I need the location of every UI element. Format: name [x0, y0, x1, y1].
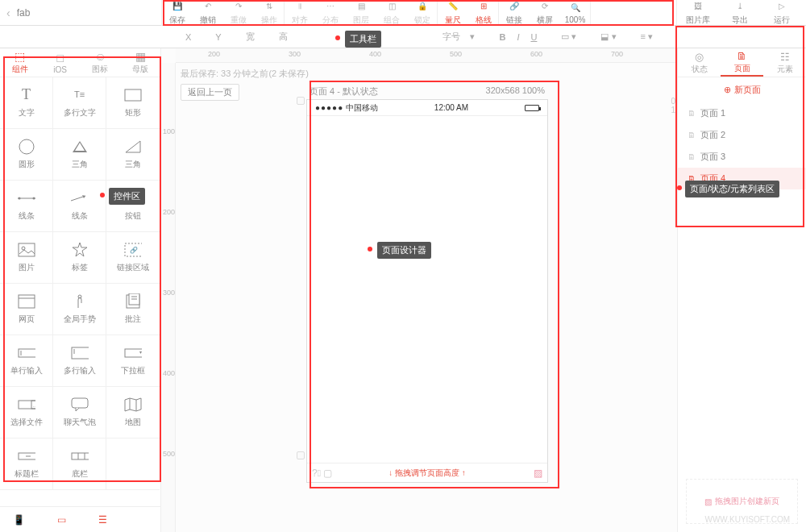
- widget-grid: T文字T≡多行文字矩形圆形三角三角线条线条Button按钮图片标签🔗链接区域网页…: [0, 77, 160, 506]
- undo-icon: ↶: [202, 0, 214, 13]
- widget-file[interactable]: ...选择文件: [0, 387, 53, 438]
- left-tab-1[interactable]: □iOS: [40, 48, 81, 77]
- property-bar: X Y 宽 高 字号 ▾ B I U ▭ ▾ ⬓ ▾ ≡ ▾: [161, 31, 677, 43]
- tool-play[interactable]: ▷运行: [761, 0, 803, 26]
- widget-tri[interactable]: 三角: [53, 129, 106, 181]
- widget-T[interactable]: T文字: [0, 77, 53, 129]
- annotation-controls: 控件区: [109, 188, 145, 205]
- svg-point-1: [19, 139, 34, 154]
- widget-titlebar[interactable]: 标题栏: [0, 438, 53, 490]
- zoom-icon: 🔍: [569, 1, 582, 14]
- bold-btn[interactable]: B: [499, 32, 505, 42]
- widget-select[interactable]: 下拉框: [106, 335, 160, 387]
- tool-gallery[interactable]: 🖼图片库: [677, 0, 719, 26]
- tool-undo[interactable]: ↶撤销: [193, 0, 223, 26]
- widget-gesture[interactable]: 全局手势: [53, 284, 106, 335]
- tool-group[interactable]: ◫组合: [376, 0, 407, 26]
- page-item-0[interactable]: 🗎页面 1: [678, 102, 806, 124]
- back-page-button[interactable]: 返回上一页: [181, 84, 239, 101]
- phone-frame[interactable]: 页面 4 - 默认状态 320x568 100% ●●●●● 中国移动 12:0…: [306, 84, 548, 483]
- widget-arrow[interactable]: 线条: [53, 181, 106, 232]
- phone-icon[interactable]: 📱: [13, 514, 25, 526]
- widget-input2[interactable]: 多行输入: [53, 335, 106, 387]
- project-name-input[interactable]: [17, 7, 114, 19]
- tool-redo[interactable]: ↷重做: [223, 0, 254, 26]
- left-tab-2[interactable]: ☺图标: [81, 48, 121, 77]
- widget-star[interactable]: 标签: [53, 232, 106, 284]
- new-page-button[interactable]: ⊕ 新页面: [678, 77, 806, 102]
- widget-input1[interactable]: 单行输入: [0, 335, 53, 387]
- design-surface[interactable]: [307, 116, 547, 463]
- chat-icon: [71, 397, 89, 412]
- battery-icon: [525, 105, 539, 111]
- annotation-designer: 页面设计器: [377, 242, 431, 259]
- ruler-vertical: 100200300400500: [161, 63, 176, 532]
- help-icon[interactable]: ?⃝ ▢: [312, 468, 332, 479]
- book-icon[interactable]: ▭: [57, 514, 66, 526]
- tool-ruler[interactable]: 📏量尺: [438, 0, 468, 26]
- widget-tabbar[interactable]: 底栏: [53, 438, 106, 490]
- right-tab-1[interactable]: 🗎页面: [721, 48, 763, 77]
- file-icon: ...: [18, 397, 35, 412]
- image-icon: ▨: [704, 497, 712, 506]
- back-chevron-icon[interactable]: ‹: [6, 6, 10, 19]
- save-status: 最后保存: 33 分钟之前(2 未保存): [181, 68, 309, 80]
- widget-map[interactable]: 地图: [106, 387, 160, 438]
- svg-rect-32: [72, 453, 89, 459]
- tool-layers[interactable]: ▤图层: [346, 0, 376, 26]
- tool-align[interactable]: ⫴对齐: [285, 0, 315, 26]
- svg-rect-8: [19, 243, 35, 256]
- canvas-area[interactable]: 200300400500600700 100200300400500 最后保存:…: [161, 48, 677, 532]
- layout-icon: ▦: [135, 50, 146, 63]
- left-tab-0[interactable]: ⬚组件: [0, 48, 40, 77]
- page-icon: 🗎: [688, 152, 696, 161]
- page-item-2[interactable]: 🗎页面 3: [678, 146, 806, 168]
- tool-action[interactable]: ⇅操作: [254, 0, 285, 26]
- page-item-1[interactable]: 🗎页面 2: [678, 124, 806, 146]
- annotation-toolbar: 工具栏: [345, 31, 381, 48]
- redo-icon: ↷: [232, 0, 245, 13]
- distribute-icon: ⋯: [324, 0, 337, 13]
- tri2-icon: [124, 139, 142, 154]
- rotate-icon: ⟳: [538, 0, 551, 13]
- save-icon: 💾: [171, 0, 184, 13]
- right-tab-2[interactable]: ☷元素: [763, 48, 806, 77]
- tool-lock[interactable]: 🔒锁定: [407, 0, 438, 26]
- left-sidebar: ⬚组件□iOS☺图标▦母版 T文字T≡多行文字矩形圆形三角三角线条线条Butto…: [0, 48, 161, 532]
- widget-image[interactable]: 图片: [0, 232, 53, 284]
- tool-zoom[interactable]: 🔍100%: [560, 0, 591, 26]
- gallery-icon: 🖼: [692, 0, 704, 13]
- tool-distribute[interactable]: ⋯分布: [315, 0, 346, 26]
- widget-circle[interactable]: 圆形: [0, 129, 53, 181]
- widget-web[interactable]: 网页: [0, 284, 53, 335]
- left-tab-3[interactable]: ▦母版: [120, 48, 160, 77]
- tool-export[interactable]: ⤓导出: [719, 0, 761, 26]
- map-icon: [124, 397, 142, 412]
- widget-rect[interactable]: 矩形: [106, 77, 160, 129]
- phone-footer[interactable]: ?⃝ ▢ ↓ 拖拽调节页面高度 ↑ ▨: [307, 463, 547, 482]
- align-icon: ⫴: [293, 0, 306, 13]
- underline-btn[interactable]: U: [530, 32, 537, 42]
- right-sidebar: ◎状态🗎页面☷元素 ⊕ 新页面 🗎页面 1🗎页面 2🗎页面 3🗎页面 4 ▨ 拖…: [677, 48, 806, 532]
- target-icon: ◎: [695, 51, 704, 63]
- tool-save[interactable]: 💾保存: [162, 0, 193, 26]
- widget-line[interactable]: 线条: [0, 181, 53, 232]
- right-tab-0[interactable]: ◎状态: [678, 48, 721, 77]
- page-title: 页面 4 - 默认状态: [310, 85, 378, 98]
- svg-text:🔗: 🔗: [130, 246, 138, 254]
- gesture-icon: [71, 294, 89, 309]
- widget-chat[interactable]: 聊天气泡: [53, 387, 106, 438]
- image-icon[interactable]: ▨: [534, 468, 542, 479]
- export-icon: ⤓: [733, 0, 746, 13]
- bottom-toolbar: 📱 ▭ ☰: [0, 506, 160, 532]
- link-icon: 🔗: [508, 0, 521, 13]
- menu-icon[interactable]: ☰: [98, 514, 107, 526]
- tool-link[interactable]: 🔗链接: [499, 0, 530, 26]
- tool-rotate[interactable]: ⟳横屏: [530, 0, 560, 26]
- widget-linkarea[interactable]: 🔗链接区域: [106, 232, 160, 284]
- widget-tri2[interactable]: 三角: [106, 129, 160, 181]
- tool-grid[interactable]: ⊞格线: [468, 0, 499, 26]
- widget-multiT[interactable]: T≡多行文字: [53, 77, 106, 129]
- widget-note[interactable]: 批注: [106, 284, 160, 335]
- italic-btn[interactable]: I: [517, 32, 519, 42]
